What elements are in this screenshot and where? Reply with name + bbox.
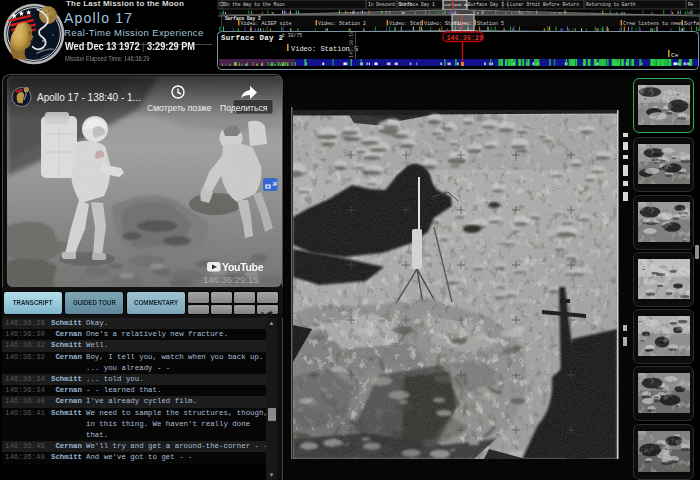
svg-text:Surfa: Surfa [684,21,699,27]
svg-text:YouTube: YouTube [222,261,264,273]
svg-text:Video: Station 2: Video: Station 2 [318,21,366,27]
svg-text:146:36:29: 146:36:29 [447,34,484,42]
svg-text:Surface Day 1: Surface Day 1 [399,2,435,7]
svg-text:t 30/75: t 30/75 [282,33,302,38]
svg-text:Поделиться: Поделиться [220,103,268,113]
svg-text:Re: Re [688,2,694,7]
svg-text:Returning to Earth: Returning to Earth [586,2,636,7]
svg-text:Surface Day 2: Surface Day 2 [221,34,284,42]
svg-text:-L: -L [504,2,510,7]
svg-text:On the Way to the Moon: On the Way to the Moon [224,2,285,7]
svg-text:Lunar Orbit Before Return: Lunar Orbit Before Return [510,2,579,7]
svg-text:Station 5: Station 5 [477,21,504,27]
svg-text:Ce: Ce [671,52,679,59]
svg-text:Surface Da: Surface Da [444,3,470,7]
svg-text:146:36:29:15: 146:36:29:15 [203,274,258,285]
svg-text:Video: Stat: Video: Stat [389,21,422,27]
svg-text:Video: ALSEP site: Video: ALSEP site [241,21,292,27]
svg-text:Смотреть позже: Смотреть позже [147,103,212,113]
svg-text:Apollo 17 - 138:40 - 1...: Apollo 17 - 138:40 - 1... [37,92,141,103]
svg-text:145:38:18: 145:38:18 [349,31,355,58]
svg-text:Surface Day 3: Surface Day 3 [468,2,504,7]
svg-text:Crew listens to news: Crew listens to news [623,21,683,27]
